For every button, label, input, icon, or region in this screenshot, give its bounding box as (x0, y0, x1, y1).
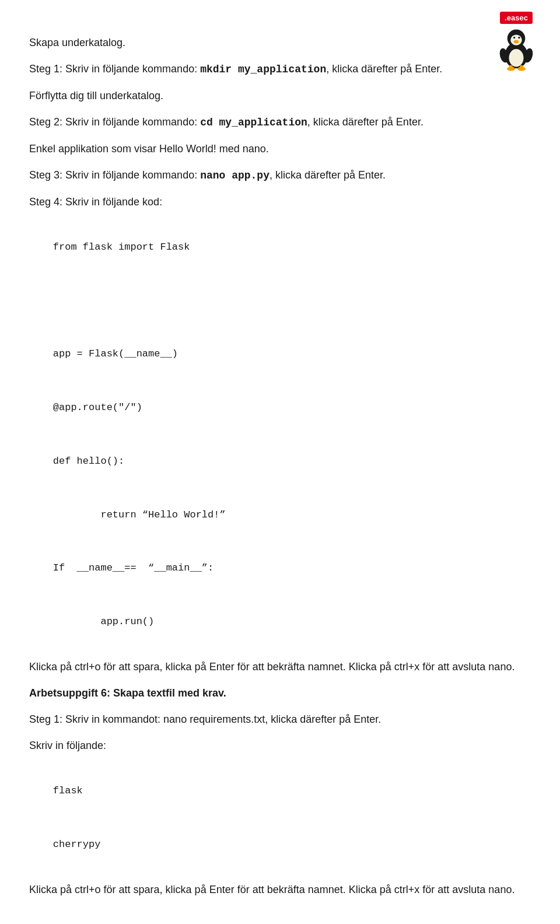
ctrl-save-2: Klicka på ctrl+o för att spara, klicka p… (29, 882, 531, 898)
code-line-4: def hello(): (53, 456, 124, 467)
code-line-2: app = Flask(__name__) (53, 348, 178, 359)
flask-code-block: from flask import Flask app = Flask(__na… (29, 220, 531, 649)
svg-point-8 (514, 40, 519, 44)
skapa-underkatalog-heading: Skapa underkatalog. (29, 35, 531, 51)
svg-rect-11 (509, 65, 513, 70)
code-line-7: app.run() (53, 616, 154, 627)
logo-area: .easec (496, 12, 537, 73)
code-line-1: from flask import Flask (53, 242, 190, 253)
code-line-blank (53, 295, 59, 306)
steg1-requirements: Steg 1: Skriv in kommandot: nano require… (29, 712, 531, 727)
steg3-nano-paragraph: Steg 3: Skriv in följande kommando: nano… (29, 167, 531, 184)
steg1-prefix: Steg 1: Skriv in följande kommando: (29, 63, 200, 75)
enkel-applikation-heading: Enkel applikation som visar Hello World!… (29, 141, 531, 157)
main-content: Skapa underkatalog. Steg 1: Skriv in föl… (29, 35, 531, 898)
skriv-in-foljande: Skriv in följande: (29, 738, 531, 754)
requirements-code-block: flask cherrypy (29, 764, 531, 872)
req-line-1: flask (53, 785, 83, 796)
steg2-code: cd my_application (200, 117, 307, 128)
steg4-heading: Steg 4: Skriv in följande kod: (29, 194, 531, 210)
steg1-suffix: , klicka därefter på Enter. (326, 63, 442, 75)
svg-rect-12 (520, 65, 523, 70)
svg-point-7 (518, 37, 520, 38)
svg-point-1 (509, 49, 523, 67)
req-line-2: cherrypy (53, 839, 101, 850)
code-line-3: @app.route("/") (53, 402, 142, 413)
tux-icon (496, 26, 537, 73)
steg3-suffix: , klicka därefter på Enter. (270, 169, 386, 181)
arbetsuppgift6-heading: Arbetsuppgift 6: Skapa textfil med krav. (29, 685, 531, 701)
ctrl-save-1: Klicka på ctrl+o för att spara, klicka p… (29, 659, 531, 675)
steg1-code: mkdir my_application (200, 64, 326, 75)
steg2-suffix: , klicka därefter på Enter. (307, 116, 424, 128)
steg2-cd-paragraph: Steg 2: Skriv in följande kommando: cd m… (29, 114, 531, 131)
forflytta-heading: Förflytta dig till underkatalog. (29, 88, 531, 104)
steg1-mkdir-paragraph: Steg 1: Skriv in följande kommando: mkdi… (29, 61, 531, 78)
code-line-5: return “Hello World!” (53, 509, 226, 520)
steg3-prefix: Steg 3: Skriv in följande kommando: (29, 169, 200, 181)
steg2-prefix: Steg 2: Skriv in följande kommando: (29, 116, 200, 128)
code-line-6: If __name__== “__main__”: (53, 562, 214, 573)
steg3-code: nano app.py (200, 170, 270, 181)
svg-point-6 (513, 37, 515, 38)
logo-badge: .easec (500, 12, 533, 24)
